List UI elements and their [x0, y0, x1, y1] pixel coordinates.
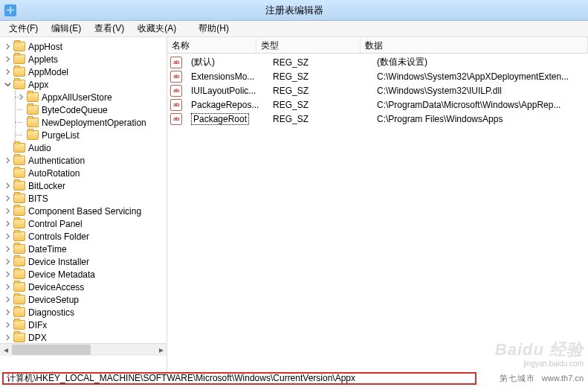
watermark-th7: 第七城市 www.th7.cn — [500, 373, 584, 384]
value-name: (默认) — [191, 56, 215, 68]
folder-icon — [13, 307, 25, 317]
tree-item[interactable]: DIFx — [0, 319, 167, 331]
column-name[interactable]: 名称 — [167, 37, 256, 53]
menu-edit[interactable]: 编辑(E) — [45, 21, 87, 36]
expander-icon[interactable] — [3, 245, 12, 254]
value-data: C:\Windows\System32\IUILP.dll — [372, 86, 588, 96]
value-name: IUILayoutPolic... — [191, 86, 256, 96]
tree-pane[interactable]: AppHostAppletsAppModelAppxAppxAllUserSto… — [0, 37, 167, 372]
tree-item[interactable]: BITS — [0, 192, 167, 205]
expander-icon[interactable] — [3, 194, 12, 203]
folder-icon — [13, 54, 25, 64]
tree-item-label: ByteCodeQueue — [42, 105, 108, 115]
tree-item-label: Appx — [28, 80, 48, 90]
tree-item[interactable]: PurgeList — [0, 129, 167, 141]
tree-item[interactable]: BitLocker — [0, 179, 167, 192]
value-data: C:\Program Files\WindowsApps — [372, 114, 588, 124]
tree-item[interactable]: DateTime — [0, 243, 167, 255]
value-type: REG_SZ — [268, 114, 372, 124]
tree-item[interactable]: DeviceAccess — [0, 281, 167, 293]
expander-icon[interactable] — [3, 283, 12, 292]
tree-item[interactable]: NewDeploymentOperation — [0, 116, 167, 129]
menu-view[interactable]: 查看(V) — [88, 21, 130, 36]
tree-item-label: DPX — [28, 333, 47, 343]
watermark2-cn: 第七城市 — [500, 374, 535, 383]
tree-item-label: DateTime — [28, 244, 67, 255]
tree-item[interactable]: Diagnostics — [0, 306, 167, 319]
folder-icon — [13, 168, 25, 178]
menu-bar[interactable]: 文件(F) 编辑(E) 查看(V) 收藏夹(A) 帮助(H) — [0, 21, 588, 37]
tree-item-label: DIFx — [28, 320, 47, 330]
value-row[interactable]: abExtensionsMo...REG_SZC:\Windows\System… — [167, 69, 588, 83]
tree-item[interactable]: Applets — [0, 53, 167, 65]
expander-icon[interactable] — [16, 93, 25, 102]
tree-item[interactable]: Component Based Servicing — [0, 205, 167, 217]
expander-icon[interactable] — [3, 232, 12, 241]
tree-item[interactable]: ByteCodeQueue — [0, 103, 167, 116]
expander-icon[interactable] — [3, 321, 12, 330]
expander-icon[interactable] — [3, 333, 12, 342]
menu-favorites[interactable]: 收藏夹(A) — [132, 21, 182, 36]
values-pane[interactable]: 名称 类型 数据 ab(默认)REG_SZ(数值未设置)abExtensions… — [167, 37, 588, 372]
expander-icon[interactable] — [3, 207, 12, 216]
tree-item[interactable]: AppModel — [0, 65, 167, 78]
expander-icon[interactable] — [3, 258, 12, 266]
menu-file[interactable]: 文件(F) — [3, 21, 44, 36]
tree-item-label: Authentication — [28, 156, 85, 166]
tree-item-label: AutoRotation — [28, 168, 80, 179]
tree-item[interactable]: Device Installer — [0, 255, 167, 268]
expander-icon[interactable] — [3, 295, 12, 304]
string-value-icon: ab — [170, 85, 182, 97]
tree-horizontal-scrollbar[interactable]: ◂ ▸ — [0, 343, 167, 356]
column-data[interactable]: 数据 — [361, 37, 588, 53]
expander-icon[interactable] — [3, 182, 12, 191]
tree-item[interactable]: DeviceSetup — [0, 293, 167, 306]
scroll-thumb[interactable] — [12, 345, 91, 355]
expander-icon[interactable] — [3, 156, 12, 165]
tree-item[interactable]: Controls Folder — [0, 230, 167, 243]
value-data: (数值未设置) — [372, 56, 588, 68]
value-row[interactable]: abPackageRepos...REG_SZC:\ProgramData\Mi… — [167, 97, 588, 112]
tree-item[interactable]: Device Metadata — [0, 268, 167, 281]
expander-icon[interactable] — [3, 55, 12, 64]
tree-item-label: BITS — [28, 194, 48, 204]
tree-item[interactable]: AppHost — [0, 40, 167, 53]
tree-item[interactable]: Control Panel — [0, 217, 167, 230]
folder-icon — [13, 320, 25, 330]
value-name: ExtensionsMo... — [191, 71, 254, 82]
folder-icon — [13, 194, 25, 203]
tree-item-label: Device Metadata — [28, 269, 95, 280]
tree-item[interactable]: DPX — [0, 331, 167, 344]
value-type: REG_SZ — [268, 71, 372, 82]
tree-item[interactable]: AutoRotation — [0, 167, 167, 179]
tree-item[interactable]: Appx — [0, 78, 167, 91]
folder-icon — [13, 231, 25, 241]
expander-icon[interactable] — [3, 68, 12, 77]
tree-item[interactable]: Authentication — [0, 154, 167, 167]
value-row[interactable]: abPackageRootREG_SZC:\Program Files\Wind… — [167, 112, 588, 126]
expander-icon[interactable] — [3, 308, 12, 317]
folder-icon — [13, 219, 25, 228]
value-row[interactable]: abIUILayoutPolic...REG_SZC:\Windows\Syst… — [167, 83, 588, 97]
expander-icon[interactable] — [3, 80, 12, 89]
expander-icon[interactable] — [3, 42, 12, 51]
folder-icon — [13, 295, 25, 304]
value-row[interactable]: ab(默认)REG_SZ(数值未设置) — [167, 55, 588, 69]
tree-item[interactable]: AppxAllUserStore — [0, 91, 167, 103]
folder-icon — [13, 257, 25, 266]
tree-item-label: Diagnostics — [28, 307, 74, 318]
scroll-left-arrow-icon[interactable]: ◂ — [0, 344, 12, 356]
values-header[interactable]: 名称 类型 数据 — [167, 37, 588, 54]
folder-icon — [13, 80, 25, 89]
string-value-icon: ab — [170, 99, 182, 111]
expander-icon[interactable] — [3, 270, 12, 279]
scroll-right-arrow-icon[interactable]: ▸ — [155, 344, 167, 356]
expander-icon[interactable] — [3, 220, 12, 228]
folder-icon — [13, 42, 25, 51]
folder-icon — [27, 92, 39, 102]
column-type[interactable]: 类型 — [256, 37, 361, 53]
menu-help[interactable]: 帮助(H) — [193, 21, 235, 36]
folder-icon — [13, 181, 25, 191]
tree-item[interactable]: Audio — [0, 141, 167, 154]
scroll-track[interactable] — [12, 344, 155, 356]
